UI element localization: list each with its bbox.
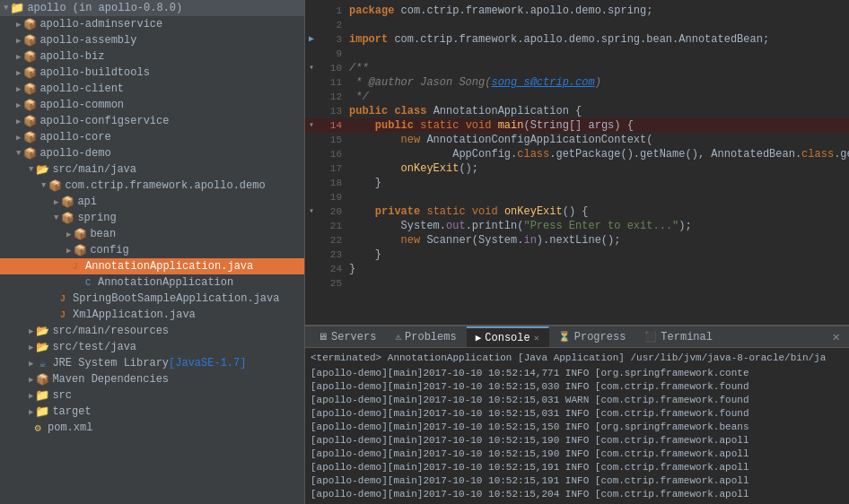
module-icon: 📦 (22, 65, 37, 80)
bottom-panel: 🖥 Servers ⚠ Problems ▶ Console ✕ ⏳ Progr… (305, 325, 849, 504)
sidebar-label: api (77, 196, 97, 208)
console-line-8: [apollo-demo][main]2017-10-10 10:52:15,1… (311, 461, 844, 474)
sidebar: ▼ 📁 apollo (in apollo-0.8.0) ▶ 📦 apollo-… (0, 0, 305, 504)
module-icon: 📦 (22, 146, 37, 161)
panel-tabs: 🖥 Servers ⚠ Problems ▶ Console ✕ ⏳ Progr… (305, 326, 849, 348)
source-folder-icon: 📂 (35, 324, 49, 338)
code-line-20: ▾ 20 private static void onKeyExit() { (305, 204, 849, 219)
chevron-icon: ▶ (29, 326, 33, 336)
console-output: <terminated> AnnotationApplication [Java… (305, 348, 849, 504)
main-area: ▼ 📁 apollo (in apollo-0.8.0) ▶ 📦 apollo-… (0, 0, 849, 504)
code-line-24: 24 } (305, 262, 849, 276)
folder-icon: 📁 (35, 388, 49, 403)
sidebar-label: target (52, 405, 91, 418)
sidebar-item-bean[interactable]: ▶ 📦 bean (0, 226, 304, 242)
console-icon: ▶ (476, 332, 482, 343)
code-line-13: 13 public class AnnotationApplication { (305, 104, 849, 118)
source-folder-icon: 📂 (35, 340, 49, 354)
sidebar-item-maven[interactable]: ▶ 📦 Maven Dependencies (0, 371, 304, 387)
maven-icon: 📦 (35, 372, 49, 387)
sidebar-label: apollo-demo (39, 147, 110, 160)
sidebar-item-src-folder[interactable]: ▶ 📁 src (0, 387, 304, 404)
sidebar-label: JRE System Library (52, 357, 169, 369)
tab-terminal[interactable]: ⬛ Terminal (635, 326, 722, 347)
terminal-icon: ⬛ (644, 331, 657, 343)
sidebar-item-api[interactable]: ▶ 📦 api (0, 194, 304, 210)
code-line-15: 15 new AnnotationConfigApplicationContex… (305, 133, 849, 147)
code-content: 1 package com.ctrip.framework.apollo.dem… (305, 0, 849, 325)
sidebar-item-src-main-java[interactable]: ▼ 📂 src/main/java (0, 161, 304, 178)
sidebar-item-assembly[interactable]: ▶ 📦 apollo-assembly (0, 32, 304, 48)
console-line-4: [apollo-demo][main]2017-10-10 10:52:15,0… (311, 407, 844, 421)
sidebar-item-adminservice[interactable]: ▶ 📦 apollo-adminservice (0, 16, 304, 32)
code-line-22: 22 new Scanner(System.in).nextLine(); (305, 233, 849, 248)
project-icon: 📁 (10, 1, 24, 15)
sidebar-item-pom[interactable]: ⚙ pom.xml (0, 420, 304, 436)
chevron-icon: ▼ (54, 213, 58, 222)
sidebar-item-src-main-resources[interactable]: ▶ 📂 src/main/resources (0, 323, 304, 339)
sidebar-item-core[interactable]: ▶ 📦 apollo-core (0, 129, 304, 145)
chevron-icon: ▼ (4, 4, 8, 13)
problems-icon: ⚠ (395, 331, 401, 343)
code-line-25: 25 (305, 276, 849, 291)
progress-icon: ⏳ (558, 331, 571, 343)
chevron-icon: ▼ (29, 165, 33, 174)
sidebar-item-biz[interactable]: ▶ 📦 apollo-biz (0, 48, 304, 65)
sidebar-label: AnnotationApplication (98, 276, 233, 289)
sidebar-label: pom.xml (48, 421, 92, 434)
source-folder-icon: 📂 (35, 162, 49, 177)
module-icon: 📦 (22, 130, 37, 144)
sidebar-item-annotation-app-java[interactable]: J AnnotationApplication.java (0, 258, 304, 274)
chevron-icon: ▼ (16, 149, 21, 158)
code-line-14: ▾ 14 public static void main(String[] ar… (305, 118, 849, 133)
sidebar-item-xmlapp[interactable]: J XmlApplication.java (0, 307, 304, 323)
sidebar-label: apollo-client (39, 83, 124, 95)
chevron-icon: ▶ (29, 391, 33, 401)
sidebar-item-spring[interactable]: ▼ 📦 spring (0, 210, 304, 226)
console-line-7: [apollo-demo][main]2017-10-10 10:52:15,1… (311, 448, 844, 461)
chevron-icon: ▶ (16, 100, 21, 110)
sidebar-item-src-test-java[interactable]: ▶ 📂 src/test/java (0, 339, 304, 355)
sidebar-item-annotation-app-class[interactable]: C AnnotationApplication (0, 274, 304, 291)
sidebar-label: apollo-biz (39, 50, 104, 63)
chevron-icon: ▶ (29, 343, 33, 352)
sidebar-item-com-ctrip[interactable]: ▼ 📦 com.ctrip.framework.apollo.demo (0, 178, 304, 194)
sidebar-item-config[interactable]: ▶ 📦 config (0, 242, 304, 258)
sidebar-label: apollo-common (39, 99, 124, 111)
sidebar-label: Maven Dependencies (52, 373, 169, 386)
console-header: <terminated> AnnotationApplication [Java… (311, 352, 844, 365)
sidebar-item-configservice[interactable]: ▶ 📦 apollo-configservice (0, 113, 304, 129)
sidebar-item-jre[interactable]: ▶ ☕ JRE System Library [JavaSE-1.7] (0, 355, 304, 371)
chevron-icon: ▶ (16, 20, 21, 30)
sidebar-item-apollo-root[interactable]: ▼ 📁 apollo (in apollo-0.8.0) (0, 0, 304, 16)
tab-servers[interactable]: 🖥 Servers (309, 326, 386, 347)
sidebar-label: XmlApplication.java (73, 308, 196, 321)
tab-problems[interactable]: ⚠ Problems (386, 326, 466, 347)
sidebar-label: SpringBootSampleApplication.java (73, 292, 279, 305)
module-icon: 📦 (22, 82, 37, 96)
code-line-12: 12 */ (305, 90, 849, 104)
sidebar-item-common[interactable]: ▶ 📦 apollo-common (0, 97, 304, 113)
chevron-icon: ▶ (54, 197, 58, 207)
tab-progress[interactable]: ⏳ Progress (549, 326, 636, 347)
tab-console[interactable]: ▶ Console ✕ (467, 326, 549, 347)
chevron-icon: ▶ (16, 68, 21, 78)
sidebar-label: src (52, 389, 72, 402)
console-line-3: [apollo-demo][main]2017-10-10 10:52:15,0… (311, 394, 844, 407)
chevron-icon: ▶ (16, 84, 21, 94)
sidebar-item-client[interactable]: ▶ 📦 apollo-client (0, 81, 304, 97)
panel-close-button[interactable]: ✕ (827, 329, 845, 344)
chevron-icon: ▶ (29, 375, 33, 385)
sidebar-item-demo[interactable]: ▼ 📦 apollo-demo (0, 145, 304, 161)
code-line-17: 17 onKeyExit(); (305, 161, 849, 176)
code-editor[interactable]: 1 package com.ctrip.framework.apollo.dem… (305, 0, 849, 325)
sidebar-item-springboot[interactable]: J SpringBootSampleApplication.java (0, 291, 304, 307)
sidebar-label: config (90, 244, 128, 256)
sidebar-label: src/main/resources (52, 325, 169, 337)
sidebar-item-buildtools[interactable]: ▶ 📦 apollo-buildtools (0, 65, 304, 81)
sidebar-label: AnnotationApplication.java (85, 260, 253, 273)
chevron-icon: ▶ (16, 117, 21, 126)
code-line-3: ▶ 3 import com.ctrip.framework.apollo.de… (305, 32, 849, 47)
sidebar-item-target[interactable]: ▶ 📁 target (0, 404, 304, 420)
console-line-9: [apollo-demo][main]2017-10-10 10:52:15,1… (311, 474, 844, 488)
